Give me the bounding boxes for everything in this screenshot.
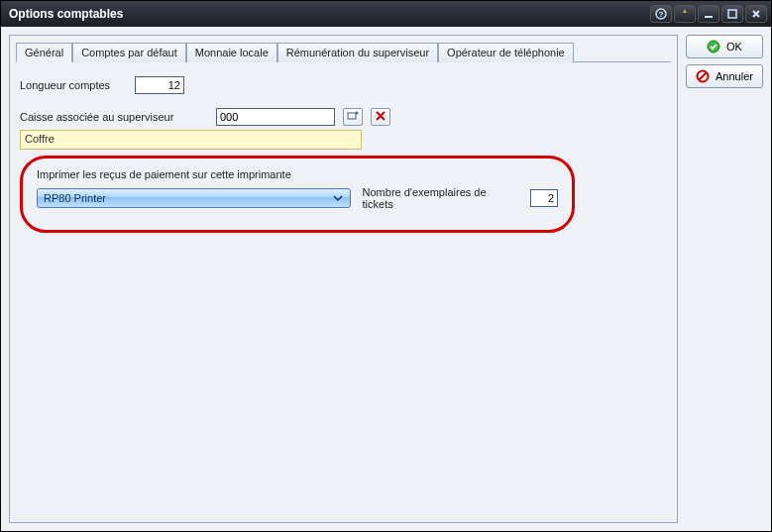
tab-label: Monnaie locale — [195, 47, 269, 58]
svg-rect-2 — [705, 16, 713, 18]
forbidden-icon — [696, 69, 710, 83]
svg-point-5 — [356, 112, 359, 115]
account-length-row: Longueur comptes — [20, 76, 667, 94]
options-window: Options comptables ? Général Comptes par… — [0, 0, 772, 532]
cancel-button[interactable]: Annuler — [686, 64, 763, 88]
printer-select-value: RP80 Printer — [44, 192, 330, 204]
supervisor-cash-label: Caisse associée au superviseur — [20, 111, 208, 123]
pin-button[interactable] — [674, 5, 696, 23]
picker-icon — [347, 110, 359, 124]
account-length-input[interactable] — [135, 76, 184, 94]
printer-select[interactable]: RP80 Printer — [37, 188, 351, 208]
tab-label: Général — [25, 47, 63, 58]
supervisor-cash-row: Caisse associée au superviseur — [20, 108, 667, 126]
close-button[interactable] — [745, 5, 767, 23]
tab-local-currency[interactable]: Monnaie locale — [186, 43, 277, 62]
printer-group-label: Imprimer les reçus de paiement sur cette… — [37, 168, 291, 180]
check-circle-icon — [707, 40, 720, 53]
chevron-down-icon — [330, 193, 346, 203]
svg-rect-4 — [348, 113, 356, 119]
window-title: Options comptables — [9, 7, 648, 21]
side-buttons: OK Annuler — [686, 35, 763, 523]
printer-highlight-group: Imprimer les reçus de paiement sur cette… — [20, 156, 575, 233]
cancel-button-label: Annuler — [716, 70, 753, 82]
svg-rect-3 — [728, 10, 736, 18]
copies-label: Nombre d'exemplaires de tickets — [363, 186, 518, 210]
svg-text:?: ? — [659, 10, 664, 19]
main-panel: Général Comptes par défaut Monnaie local… — [9, 35, 678, 523]
supervisor-cash-clear-button[interactable] — [371, 108, 390, 126]
minimize-button[interactable] — [698, 5, 719, 23]
supervisor-cash-lookup-button[interactable] — [343, 108, 363, 126]
tab-content-general: Longueur comptes Caisse associée au supe… — [10, 62, 677, 247]
maximize-button[interactable] — [721, 5, 743, 23]
tab-label: Opérateur de téléphonie — [447, 47, 565, 58]
supervisor-cash-input[interactable] — [216, 108, 335, 126]
ok-button[interactable]: OK — [686, 35, 763, 58]
account-length-label: Longueur comptes — [20, 79, 127, 91]
tab-default-accounts[interactable]: Comptes par défaut — [72, 43, 186, 62]
supervisor-cash-name-display: Coffre — [20, 130, 362, 150]
ok-button-label: OK — [726, 41, 742, 53]
titlebar: Options comptables ? — [1, 1, 771, 27]
window-body: Général Comptes par défaut Monnaie local… — [1, 27, 771, 531]
tab-label: Comptes par défaut — [81, 47, 177, 58]
tab-general[interactable]: Général — [16, 43, 72, 62]
tab-telephony-operator[interactable]: Opérateur de téléphonie — [438, 43, 574, 62]
tab-supervisor-pay[interactable]: Rémunération du superviseur — [277, 43, 438, 62]
help-button[interactable]: ? — [650, 5, 672, 23]
red-x-icon — [376, 111, 386, 123]
copies-input[interactable] — [530, 189, 558, 207]
tabstrip: Général Comptes par défaut Monnaie local… — [10, 36, 677, 61]
supervisor-cash-name-text: Coffre — [25, 133, 55, 145]
tab-label: Rémunération du superviseur — [286, 47, 429, 58]
